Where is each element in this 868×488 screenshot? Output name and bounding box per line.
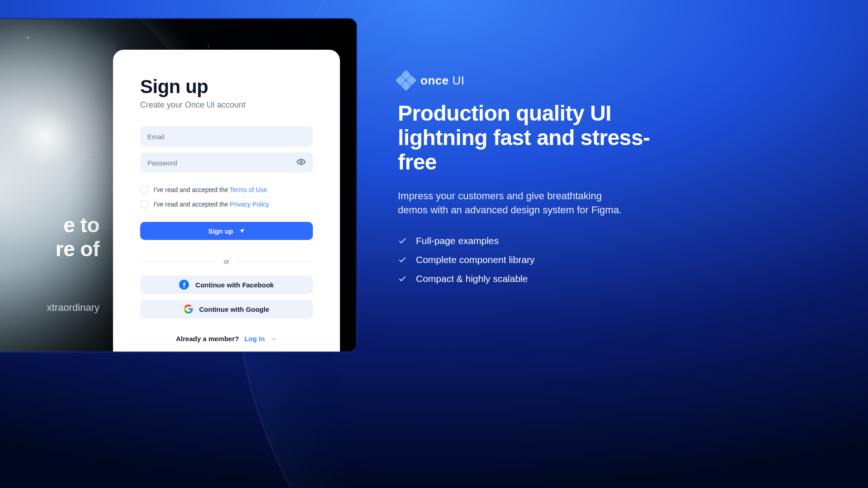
check-prefix: I've read and accepted the xyxy=(154,201,230,208)
star xyxy=(27,37,28,38)
feature-label: Complete component library xyxy=(416,254,535,265)
check-prefix: I've read and accepted the xyxy=(154,186,230,193)
email-field[interactable] xyxy=(147,126,306,147)
email-field-wrap[interactable] xyxy=(140,126,313,147)
star xyxy=(208,46,209,47)
feature-item: Compact & highly scalable xyxy=(398,273,651,284)
password-field[interactable] xyxy=(147,152,306,173)
signup-card: Sign up Create your Once UI account I've… xyxy=(113,50,340,352)
privacy-link[interactable]: Privacy Policy xyxy=(230,201,269,208)
star xyxy=(90,155,91,155)
privacy-check-row[interactable]: I've read and accepted the Privacy Polic… xyxy=(140,200,313,208)
continue-facebook-button[interactable]: f Continue with Facebook xyxy=(140,275,313,294)
card-title: Sign up xyxy=(140,76,313,98)
divider: or xyxy=(140,258,313,265)
once-ui-logo-icon xyxy=(398,72,414,89)
feature-item: Full-page examples xyxy=(398,235,651,246)
check-icon xyxy=(398,236,407,245)
arrow-right-icon: → xyxy=(270,335,277,343)
google-icon xyxy=(184,305,193,314)
card-subtitle: Create your Once UI account xyxy=(140,100,313,110)
feature-item: Complete component library xyxy=(398,254,651,265)
login-link[interactable]: Log in xyxy=(245,335,265,343)
feature-list: Full-page examples Complete component li… xyxy=(398,235,651,284)
facebook-label: Continue with Facebook xyxy=(195,281,274,289)
hero-copy: e to re of xtraordinary xyxy=(0,213,99,314)
login-prompt: Already a member? Log in → xyxy=(140,335,313,343)
terms-link[interactable]: Terms of Use xyxy=(230,186,267,193)
marketing-copy: once UI Production quality UI lightning … xyxy=(398,72,651,284)
hero-tagline: xtraordinary xyxy=(0,302,99,314)
divider-label: or xyxy=(224,258,229,265)
send-icon xyxy=(239,228,245,234)
brand-text: once UI xyxy=(420,74,464,88)
brand-row: once UI xyxy=(398,72,651,89)
terms-checkbox[interactable] xyxy=(140,186,148,194)
check-icon xyxy=(398,255,407,264)
subheadline: Impress your customers and give breathta… xyxy=(398,189,633,217)
svg-point-0 xyxy=(300,161,302,163)
check-icon xyxy=(398,274,407,283)
signup-button[interactable]: Sign up xyxy=(140,222,313,240)
hero-line-2: re of xyxy=(56,237,99,261)
privacy-checkbox[interactable] xyxy=(140,200,148,208)
feature-label: Compact & highly scalable xyxy=(416,273,528,284)
brand-once: once xyxy=(420,74,449,87)
brand-ui: UI xyxy=(449,74,465,87)
password-field-wrap[interactable] xyxy=(140,152,313,173)
privacy-text: I've read and accepted the Privacy Polic… xyxy=(154,201,269,208)
hero-line-1: e to xyxy=(63,213,99,237)
facebook-icon: f xyxy=(179,280,189,290)
feature-label: Full-page examples xyxy=(416,235,499,246)
member-prompt: Already a member? xyxy=(176,335,239,343)
terms-check-row[interactable]: I've read and accepted the Terms of Use xyxy=(140,186,313,194)
toggle-password-icon[interactable] xyxy=(295,156,307,170)
preview-window: e to re of xtraordinary Sign up Create y… xyxy=(0,18,357,352)
terms-text: I've read and accepted the Terms of Use xyxy=(154,186,267,193)
headline: Production quality UI lightning fast and… xyxy=(398,101,651,174)
google-label: Continue with Google xyxy=(199,305,269,313)
continue-google-button[interactable]: Continue with Google xyxy=(140,300,313,319)
signup-button-label: Sign up xyxy=(208,227,233,235)
